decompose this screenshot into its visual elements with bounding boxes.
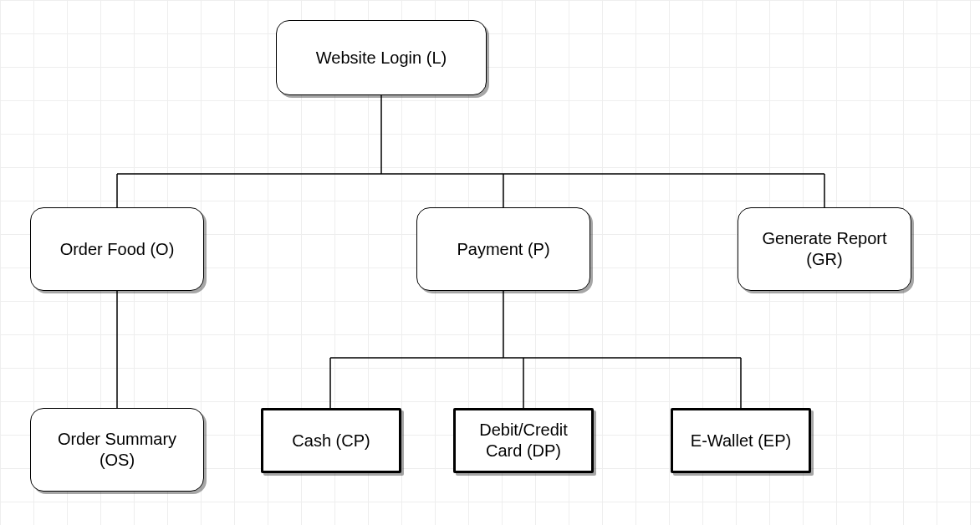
node-label: Order Food (O)	[60, 239, 175, 260]
node-ewallet: E-Wallet (EP)	[671, 408, 811, 473]
node-order-summary: Order Summary (OS)	[30, 408, 204, 492]
node-label: Website Login (L)	[316, 48, 447, 69]
node-label: Debit/Credit Card (DP)	[464, 420, 583, 461]
node-label: E-Wallet (EP)	[691, 431, 791, 451]
node-cash: Cash (CP)	[261, 408, 401, 473]
node-payment: Payment (P)	[416, 207, 590, 291]
node-label: Cash (CP)	[292, 431, 370, 451]
node-generate-report: Generate Report (GR)	[738, 207, 911, 291]
node-website-login: Website Login (L)	[276, 20, 487, 95]
node-card: Debit/Credit Card (DP)	[453, 408, 594, 473]
node-label: Payment (P)	[457, 239, 549, 260]
node-label: Order Summary (OS)	[39, 429, 195, 471]
node-label: Generate Report (GR)	[747, 228, 902, 270]
node-order-food: Order Food (O)	[30, 207, 204, 291]
